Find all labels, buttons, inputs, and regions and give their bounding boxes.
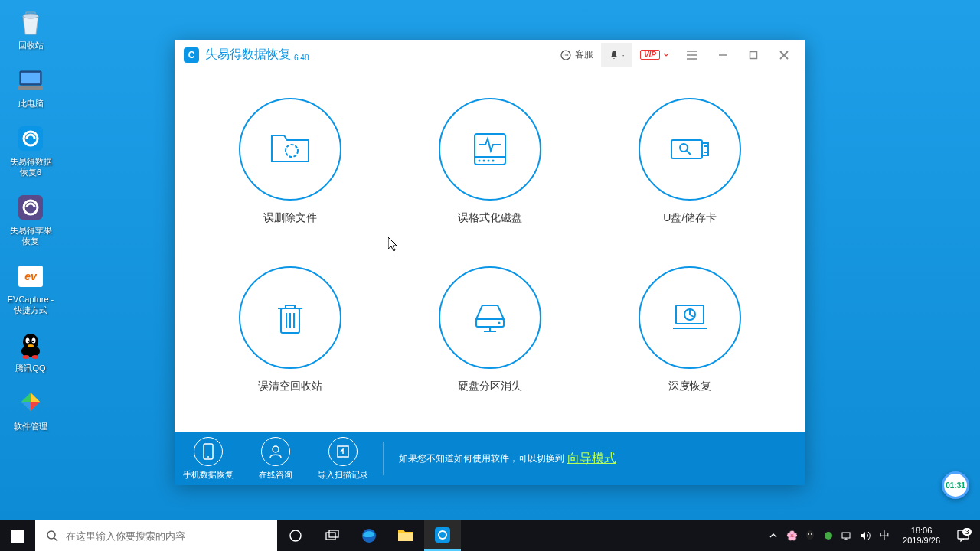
footer-phone-recovery-button[interactable]: 手机数据恢复: [175, 432, 242, 485]
svg-rect-30: [704, 145, 707, 147]
maximize-icon: [749, 51, 758, 60]
start-button[interactable]: [0, 520, 35, 551]
trash-icon: [275, 299, 305, 336]
svg-rect-6: [18, 195, 43, 220]
option-emptied-recycle-bin[interactable]: 误清空回收站: [205, 266, 374, 413]
chevron-up-icon: [769, 533, 777, 539]
task-view-button[interactable]: [314, 520, 351, 551]
tray-icon[interactable]: 🌸: [785, 520, 799, 551]
svg-point-54: [806, 530, 814, 540]
svg-point-47: [290, 530, 301, 541]
svg-point-20: [567, 54, 568, 56]
recycle-bin-icon: [15, 6, 47, 38]
desktop-icon-app1[interactable]: 失易得数据恢复6: [6, 122, 55, 178]
system-tray: 🌸 中 18:06 2019/9/26 3: [766, 520, 980, 551]
footer-import-scan-button[interactable]: 导入扫描记录: [309, 432, 377, 485]
svg-point-56: [811, 533, 812, 535]
desktop-icon-app2[interactable]: 失易得苹果恢复: [6, 191, 55, 246]
folder-recycle-icon: [269, 131, 312, 168]
svg-rect-29: [702, 143, 708, 155]
desktop-icon-label: 腾讯QQ: [15, 363, 45, 373]
speaker-icon: [860, 531, 871, 540]
option-lost-partition[interactable]: 硬盘分区消失: [405, 266, 574, 413]
svg-point-46: [47, 531, 55, 539]
search-box[interactable]: [35, 520, 277, 551]
import-icon: [336, 445, 350, 458]
svg-point-19: [565, 54, 567, 56]
svg-point-22: [286, 145, 298, 157]
phone-icon: [202, 443, 214, 460]
wizard-mode-link[interactable]: 向导模式: [567, 451, 616, 467]
cortana-button[interactable]: [277, 520, 314, 551]
tray-icon[interactable]: [803, 520, 817, 551]
svg-rect-4: [18, 126, 43, 151]
desktop-icon-evcapture[interactable]: ev EVCapture - 快捷方式: [6, 260, 55, 315]
svg-point-13: [32, 338, 36, 344]
desktop-icon-software-mgr[interactable]: 软件管理: [6, 387, 55, 432]
tray-chevron-up[interactable]: [766, 520, 780, 551]
notification-button[interactable]: ·: [601, 43, 632, 67]
desktop-icon-label: 回收站: [18, 40, 44, 51]
taskbar-edge[interactable]: [351, 520, 387, 551]
svg-point-57: [825, 532, 832, 540]
svg-rect-58: [842, 533, 850, 538]
svg-point-26: [487, 160, 489, 162]
option-deep-recovery[interactable]: 深度恢复: [606, 266, 775, 413]
search-input[interactable]: [66, 530, 266, 542]
desktop-icon-qq[interactable]: 腾讯QQ: [6, 329, 55, 373]
footer-online-consult-button[interactable]: 在线咨询: [242, 432, 309, 485]
svg-point-15: [32, 341, 34, 342]
divider: [383, 442, 384, 475]
minimize-button[interactable]: [707, 41, 738, 69]
main-options-grid: 误删除文件 误格式化磁盘 U盘/储存卡 误清空回收站 硬盘分区消失 深度恢复: [175, 70, 805, 432]
app-icon: ev: [15, 260, 47, 292]
svg-point-14: [28, 341, 29, 342]
desktop-icon-label: 失易得数据恢复6: [6, 156, 55, 178]
svg-point-40: [273, 446, 279, 452]
tray-icon[interactable]: [822, 520, 835, 551]
titlebar: C 失易得数据恢复 6.48 客服 · VIP: [175, 40, 805, 70]
svg-point-0: [23, 14, 38, 18]
svg-rect-49: [329, 530, 338, 537]
taskbar: 🌸 中 18:06 2019/9/26 3: [0, 520, 980, 551]
app-window: C 失易得数据恢复 6.48 客服 · VIP 误: [175, 40, 805, 485]
vip-button[interactable]: VIP: [632, 43, 677, 67]
menu-button[interactable]: [677, 41, 707, 69]
service-button[interactable]: 客服: [552, 43, 601, 67]
svg-point-16: [28, 344, 34, 347]
app-icon: [15, 191, 47, 223]
svg-rect-51: [398, 533, 413, 541]
app-footer: 手机数据恢复 在线咨询 导入扫描记录 如果您不知道如何使用软件，可以切换到 向导…: [175, 432, 805, 485]
taskbar-explorer[interactable]: [387, 520, 424, 551]
app-title: 失易得数据恢复: [205, 47, 291, 63]
edge-icon: [361, 527, 377, 544]
desktop-icon-this-pc[interactable]: 此电脑: [6, 64, 55, 109]
svg-rect-45: [18, 536, 24, 543]
drive-pulse-icon: [469, 129, 511, 169]
taskbar-clock[interactable]: 18:06 2019/9/26: [897, 526, 946, 546]
svg-point-35: [498, 322, 500, 324]
option-deleted-files[interactable]: 误删除文件: [205, 98, 374, 245]
action-center-button[interactable]: 3: [951, 520, 975, 551]
svg-rect-31: [704, 152, 707, 153]
tray-network-icon[interactable]: [840, 520, 854, 551]
app-icon: [15, 122, 47, 155]
close-button[interactable]: [769, 41, 799, 69]
tray-ime[interactable]: 中: [877, 520, 892, 551]
desktop-icon-recycle-bin[interactable]: 回收站: [6, 6, 55, 51]
option-usb-memory-card[interactable]: U盘/储存卡: [606, 98, 775, 245]
app-version: 6.48: [294, 54, 309, 62]
taskbar-app-active[interactable]: [424, 520, 461, 551]
svg-point-39: [207, 456, 209, 458]
svg-rect-21: [750, 51, 757, 58]
hdd-icon: [469, 299, 511, 336]
tray-volume-icon[interactable]: [858, 520, 872, 551]
bell-icon: [609, 50, 619, 60]
usb-search-icon: [667, 134, 713, 165]
recording-timer-badge[interactable]: 01:31: [942, 471, 969, 499]
laptop-scan-icon: [668, 301, 711, 334]
maximize-button[interactable]: [738, 41, 769, 69]
app-icon: [15, 387, 47, 419]
app-logo-icon: C: [184, 47, 199, 63]
option-formatted-disk[interactable]: 误格式化磁盘: [405, 98, 574, 245]
